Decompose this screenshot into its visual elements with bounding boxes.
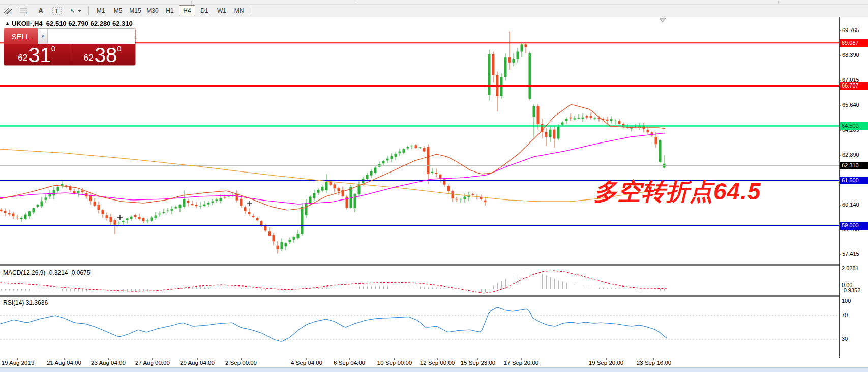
price-tag: 69.087 (840, 39, 868, 47)
timeframe-w1[interactable]: W1 (214, 5, 230, 16)
symbol-collapse-icon[interactable]: ▲ (5, 21, 10, 26)
volume-decrease-button[interactable]: ▼ (38, 29, 48, 44)
rsi-scale-label: 30 (842, 336, 848, 342)
svg-text:T: T (55, 8, 58, 14)
price-tag: 61.500 (840, 177, 868, 184)
text-a-icon[interactable]: A (34, 5, 48, 16)
fibonacci-grid-icon[interactable]: F (17, 5, 32, 16)
volume-stepper: ▼ ▲ (38, 28, 135, 44)
price-tag: 59.000 (840, 222, 868, 230)
timeframe-m1[interactable]: M1 (93, 5, 109, 16)
svg-text:E: E (10, 11, 12, 15)
one-click-trade-panel: SELL ▼ ▲ BUY 62 31 0 62 38 0 (4, 28, 135, 65)
top-strip-divider (191, 1, 192, 4)
top-strip-divider (356, 1, 356, 4)
sell-price-prefix: 62 (18, 53, 27, 64)
price-axis-label: 62.890 (842, 152, 859, 158)
text-label-icon[interactable]: T (50, 5, 64, 16)
macd-scale-label: 2.0281 (842, 265, 859, 271)
chart-title: ▲UKOil-,H4 62.510 62.790 62.280 62.310 (5, 20, 133, 27)
channel-lines-icon[interactable]: E (1, 5, 15, 16)
price-axis-label: 68.390 (842, 52, 859, 58)
window-top-strip (0, 0, 868, 5)
timeframe-mn[interactable]: MN (231, 5, 247, 16)
toolbar-divider (251, 6, 251, 15)
timeframe-d1[interactable]: D1 (196, 5, 213, 16)
mt4-window: E F A T M1 (0, 0, 868, 372)
sell-price[interactable]: 62 31 0 (4, 44, 70, 65)
price-axis-label: 69.765 (842, 27, 859, 33)
pane-divider (0, 17, 839, 17)
symbol-name: UKOil-,H4 (12, 20, 43, 27)
timeframe-h1[interactable]: H1 (162, 5, 178, 16)
price-axis-label: 60.140 (842, 202, 859, 208)
pane-divider (0, 265, 839, 266)
date-axis-label: 23 Sep 16:00 (626, 360, 682, 366)
buy-price-prefix: 62 (84, 53, 94, 64)
volume-input[interactable] (48, 29, 135, 44)
time-axis-border (0, 358, 868, 358)
price-tag: 64.500 (840, 122, 868, 130)
rsi-indicator-label: RSI(14) 31.3636 (3, 299, 48, 306)
toolbar-divider (88, 6, 89, 15)
sell-button[interactable]: SELL (4, 28, 38, 44)
top-strip-divider (778, 1, 779, 4)
ohlc-readout: 62.510 62.790 62.280 62.310 (46, 20, 133, 27)
pane-divider (0, 296, 839, 297)
macd-scale-label: -0.9352 (842, 287, 860, 293)
price-tag: 66.707 (840, 82, 868, 90)
buy-price-sup: 0 (117, 45, 121, 52)
pane-divider (0, 295, 839, 296)
svg-text:F: F (26, 11, 28, 15)
date-axis-label: 2 Sep 00:00 (213, 360, 269, 366)
sell-price-sup: 0 (51, 45, 55, 52)
chart-annotation-text: 多空转折点64.5 (594, 176, 761, 208)
arrange-arrows-icon[interactable] (66, 5, 84, 16)
chart-toolbar: E F A T M1 (0, 5, 868, 17)
status-bar (0, 367, 868, 372)
rsi-scale-label: 100 (842, 298, 851, 304)
buy-price-big: 38 (95, 46, 117, 64)
timeframe-m15[interactable]: M15 (127, 5, 143, 16)
timeframe-h4[interactable]: H4 (179, 5, 195, 16)
buy-price[interactable]: 62 38 0 (70, 44, 136, 65)
pane-divider (0, 264, 839, 265)
price-axis-label: 57.415 (842, 251, 859, 257)
date-axis-label: 17 Sep 20:00 (493, 360, 549, 366)
timeframe-m30[interactable]: M30 (144, 5, 161, 16)
price-axis-border (839, 17, 840, 358)
sell-price-big: 31 (28, 46, 51, 64)
price-axis-label: 65.640 (842, 102, 859, 108)
macd-indicator-label: MACD(12,26,9) -0.3214 -0.0675 (3, 269, 90, 276)
rsi-scale-label: 70 (842, 312, 848, 318)
timeframe-m5[interactable]: M5 (110, 5, 126, 16)
price-tag: 62.310 (840, 162, 868, 169)
